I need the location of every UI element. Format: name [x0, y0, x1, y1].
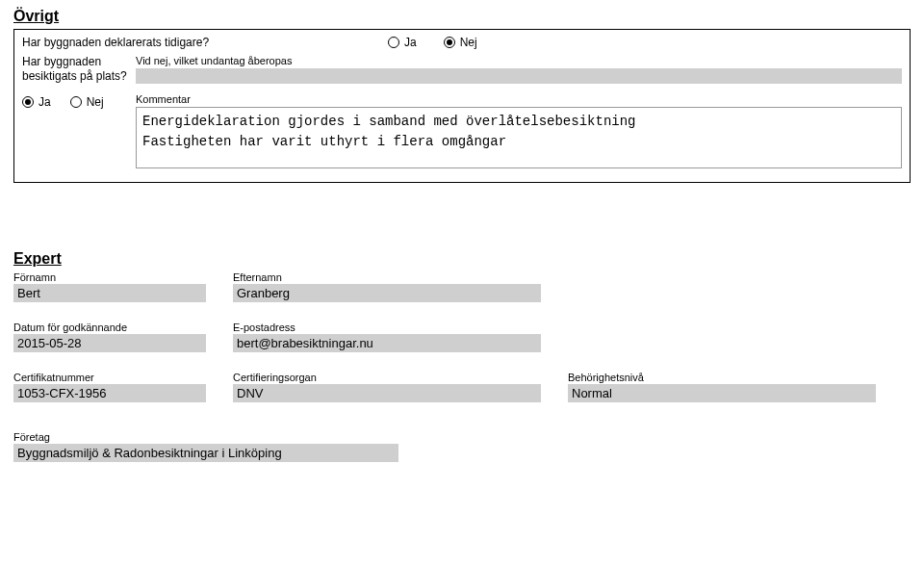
- radio-label-ja: Ja: [38, 95, 51, 109]
- exemption-value: [136, 68, 902, 84]
- fornamn-field: Förnamn Bert: [13, 271, 206, 302]
- expert-title: Expert: [13, 250, 911, 268]
- exemption-row: Har byggnaden besiktigats på plats? Vid …: [22, 55, 902, 84]
- email-value: bert@brabesiktningar.nu: [233, 334, 541, 352]
- comment-line: Fastigheten har varit uthyrt i flera omg…: [142, 132, 895, 152]
- ovrigt-title: Övrigt: [13, 8, 911, 25]
- cert-label: Certifikatnummer: [13, 372, 206, 383]
- org-field: Certifieringsorgan DNV: [233, 372, 541, 402]
- email-label: E-postadress: [233, 322, 541, 333]
- efternamn-value: Granberg: [233, 284, 541, 302]
- exemption-label: Vid nej, vilket undantag åberopas: [136, 55, 902, 66]
- declared-question: Har byggnaden deklarerats tidigare?: [22, 36, 388, 49]
- efternamn-label: Efternamn: [233, 271, 541, 283]
- declared-row: Har byggnaden deklarerats tidigare? Ja N…: [22, 36, 902, 49]
- org-value: DNV: [233, 384, 541, 402]
- inspected-ja-radio[interactable]: Ja: [22, 95, 51, 109]
- radio-label-nej: Nej: [460, 36, 477, 49]
- level-field: Behörighetsnivå Normal: [568, 372, 876, 402]
- level-value: Normal: [568, 384, 876, 402]
- radio-label-nej: Nej: [87, 95, 104, 109]
- efternamn-field: Efternamn Granberg: [233, 271, 541, 302]
- declared-ja-radio[interactable]: Ja: [388, 36, 417, 49]
- comment-box[interactable]: Energideklaration gjordes i samband med …: [136, 107, 902, 168]
- date-label: Datum för godkännande: [13, 322, 206, 333]
- cert-value: 1053-CFX-1956: [13, 384, 206, 402]
- company-value: Byggnadsmiljö & Radonbesiktningar i Link…: [13, 444, 398, 462]
- inspected-question: Har byggnaden besiktigats på plats?: [22, 55, 136, 84]
- radio-unchecked-icon: [70, 96, 82, 108]
- org-label: Certifieringsorgan: [233, 372, 541, 383]
- comment-label: Kommentar: [136, 93, 902, 105]
- comment-line: Energideklaration gjordes i samband med …: [142, 112, 895, 132]
- expert-grid: Förnamn Bert Efternamn Granberg Datum fö…: [13, 271, 911, 462]
- inspected-nej-radio[interactable]: Nej: [70, 95, 104, 109]
- company-label: Företag: [13, 431, 398, 443]
- radio-unchecked-icon: [388, 37, 399, 48]
- radio-checked-icon: [22, 96, 34, 108]
- date-value: 2015-05-28: [13, 334, 206, 352]
- date-field: Datum för godkännande 2015-05-28: [13, 322, 206, 352]
- ovrigt-box: Har byggnaden deklarerats tidigare? Ja N…: [13, 29, 911, 183]
- level-label: Behörighetsnivå: [568, 372, 876, 383]
- cert-field: Certifikatnummer 1053-CFX-1956: [13, 372, 206, 402]
- fornamn-value: Bert: [13, 284, 206, 302]
- fornamn-label: Förnamn: [13, 271, 206, 283]
- comment-row: Ja Nej Kommentar Energideklaration gjord…: [22, 93, 902, 168]
- company-field: Företag Byggnadsmiljö & Radonbesiktninga…: [13, 431, 398, 462]
- radio-label-ja: Ja: [404, 36, 417, 49]
- radio-checked-icon: [444, 37, 455, 48]
- declared-nej-radio[interactable]: Nej: [444, 36, 477, 49]
- email-field: E-postadress bert@brabesiktningar.nu: [233, 322, 541, 352]
